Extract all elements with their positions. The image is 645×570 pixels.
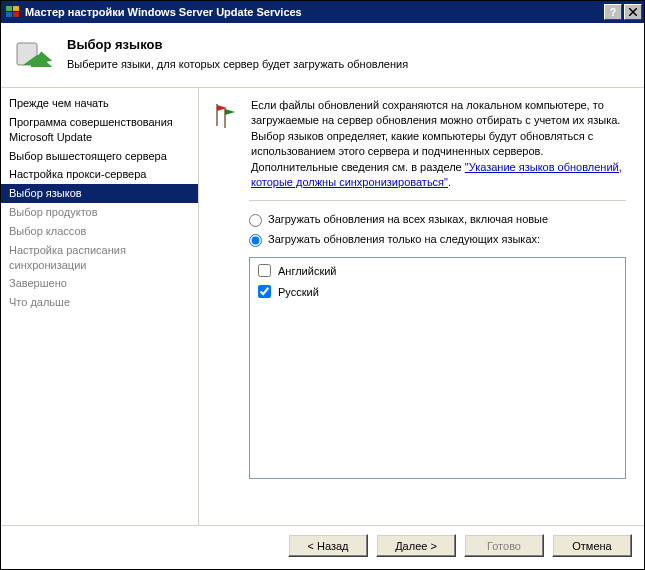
help-button[interactable]: ? — [604, 4, 622, 20]
wizard-header: Выбор языков Выберите языки, для которых… — [1, 23, 644, 88]
security-shield-icon — [13, 37, 53, 77]
sidebar-step-0[interactable]: Прежде чем начать — [1, 94, 198, 113]
page-subtitle: Выберите языки, для которых сервер будет… — [67, 58, 408, 70]
svg-rect-0 — [6, 6, 12, 11]
svg-rect-2 — [6, 12, 12, 17]
wizard-steps-sidebar: Прежде чем начатьПрограмма совершенствов… — [1, 88, 199, 525]
languages-listbox[interactable]: АнглийскийРусский — [249, 257, 626, 479]
finish-button: Готово — [464, 534, 544, 557]
app-icon — [5, 4, 21, 20]
sidebar-step-6[interactable]: Выбор классов — [1, 222, 198, 241]
sidebar-step-3[interactable]: Настройка прокси-сервера — [1, 165, 198, 184]
page-title: Выбор языков — [67, 37, 408, 52]
language-checkbox[interactable] — [258, 285, 271, 298]
main-panel: Если файлы обновлений сохраняются на лок… — [199, 88, 644, 525]
sidebar-step-5[interactable]: Выбор продуктов — [1, 203, 198, 222]
language-item[interactable]: Английский — [252, 260, 623, 281]
sidebar-step-8[interactable]: Завершено — [1, 274, 198, 293]
window-controls: ? — [604, 4, 642, 20]
window-title: Мастер настройки Windows Server Update S… — [25, 6, 604, 18]
header-text: Выбор языков Выберите языки, для которых… — [67, 37, 408, 77]
radio-all-languages[interactable] — [249, 214, 262, 227]
description-row: Если файлы обновлений сохраняются на лок… — [211, 98, 626, 190]
language-item[interactable]: Русский — [252, 281, 623, 302]
body-area: Прежде чем начатьПрограмма совершенствов… — [1, 88, 644, 525]
radio-all-languages-label[interactable]: Загружать обновления на всех языках, вкл… — [268, 213, 548, 225]
titlebar: Мастер настройки Windows Server Update S… — [1, 1, 644, 23]
flags-icon — [211, 100, 239, 128]
description-text: Если файлы обновлений сохраняются на лок… — [251, 98, 626, 190]
svg-rect-3 — [13, 12, 19, 17]
content-area: Выбор языков Выберите языки, для которых… — [1, 23, 644, 569]
sidebar-step-2[interactable]: Выбор вышестоящего сервера — [1, 147, 198, 166]
sidebar-step-7[interactable]: Настройка расписания синхронизации — [1, 241, 198, 275]
language-mode-radio-group: Загружать обновления на всех языках, вкл… — [249, 213, 626, 253]
wizard-window: Мастер настройки Windows Server Update S… — [0, 0, 645, 570]
sidebar-step-4[interactable]: Выбор языков — [1, 184, 198, 203]
svg-rect-1 — [13, 6, 19, 11]
back-button[interactable]: < Назад — [288, 534, 368, 557]
button-bar: < Назад Далее > Готово Отмена — [1, 525, 644, 569]
next-button[interactable]: Далее > — [376, 534, 456, 557]
radio-specific-languages-label[interactable]: Загружать обновления только на следующих… — [268, 233, 540, 245]
cancel-button[interactable]: Отмена — [552, 534, 632, 557]
sidebar-step-1[interactable]: Программа совершенствования Microsoft Up… — [1, 113, 198, 147]
sidebar-step-9[interactable]: Что дальше — [1, 293, 198, 312]
language-label[interactable]: Русский — [278, 286, 319, 298]
separator — [249, 200, 626, 201]
language-checkbox[interactable] — [258, 264, 271, 277]
language-label[interactable]: Английский — [278, 265, 337, 277]
close-button[interactable] — [624, 4, 642, 20]
radio-specific-languages[interactable] — [249, 234, 262, 247]
